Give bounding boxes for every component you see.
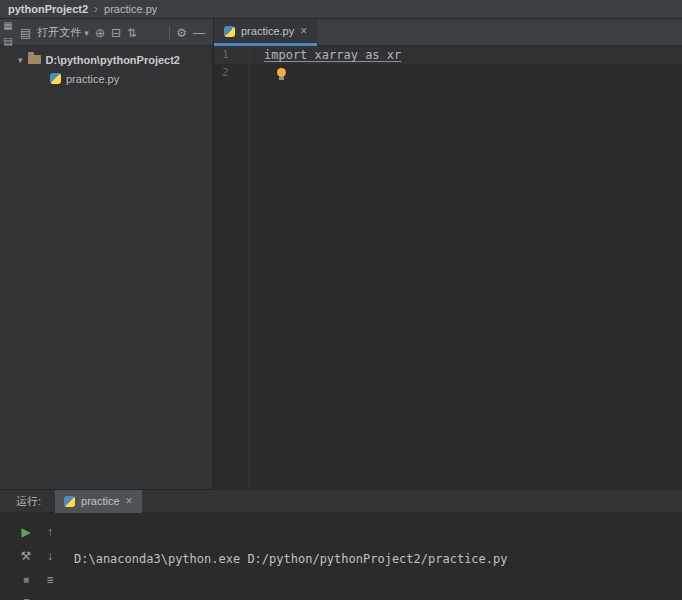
expand-collapse-icon[interactable]: ⇅	[127, 27, 137, 39]
run-console: ▶ ↑ ⚒ ↓ ■ ≡ ↧ ≣ D:\anaconda3\python.exe …	[0, 514, 682, 600]
tool-window-stripe: ▦ ▤	[0, 21, 16, 47]
console-command-line: D:\anaconda3\python.exe D:/python/python…	[74, 551, 678, 568]
run-tab-practice[interactable]: practice ×	[55, 490, 142, 513]
pycharm-window: pythonProject2 › practice.py ▦ ▤ ▤ 打开文件 …	[0, 0, 682, 600]
tree-root-label: D:\python\pythonProject2	[46, 54, 180, 66]
tree-child-label: practice.py	[66, 73, 119, 85]
open-files-icon: ▤	[20, 27, 31, 39]
line-number: 2	[214, 64, 249, 82]
close-icon[interactable]: ×	[300, 25, 307, 37]
folder-icon	[28, 55, 41, 64]
breadcrumb-project[interactable]: pythonProject2	[8, 3, 88, 15]
close-icon[interactable]: ×	[126, 495, 133, 507]
up-arrow-icon[interactable]: ↑	[47, 526, 53, 538]
editor-tab-bar: practice.py ×	[213, 19, 682, 46]
editor-gutter: 1 2	[214, 46, 250, 489]
hide-panel-icon[interactable]: —	[193, 27, 205, 39]
console-output[interactable]: D:\anaconda3\python.exe D:/python/python…	[74, 517, 678, 600]
run-toolbar: ▶ ↑ ⚒ ↓ ■ ≡ ↧ ≣	[14, 520, 62, 600]
rerun-icon[interactable]: ▶	[21, 526, 30, 538]
chevron-down-icon: ▾	[84, 28, 89, 38]
locate-file-icon[interactable]: ⊕	[95, 27, 105, 39]
python-file-icon	[64, 496, 75, 507]
run-tool-window-header: 运行: practice ×	[0, 489, 682, 513]
project-view-selector[interactable]: 打开文件 ▾	[37, 25, 89, 40]
collapse-all-icon[interactable]: ⊟	[111, 27, 121, 39]
python-file-icon	[50, 73, 61, 84]
soft-wrap-icon[interactable]: ≡	[46, 574, 53, 586]
line-number: 1	[214, 46, 249, 64]
tab-practice-py[interactable]: practice.py ×	[214, 19, 317, 46]
run-tab-label: practice	[81, 495, 120, 507]
project-panel: ▾ D:\python\pythonProject2 practice.py	[0, 46, 213, 489]
down-arrow-icon[interactable]: ↓	[47, 550, 53, 562]
python-file-icon	[224, 26, 235, 37]
breadcrumb-separator-icon: ›	[94, 2, 98, 16]
code-line-1: import xarray as xr	[264, 46, 682, 64]
settings-wrench-icon[interactable]: ⚒	[21, 550, 32, 562]
gear-icon[interactable]: ⚙	[176, 27, 187, 39]
stop-icon[interactable]: ■	[23, 574, 29, 586]
tree-item-practice-py[interactable]: practice.py	[0, 69, 212, 88]
code-area[interactable]: import xarray as xr	[264, 46, 682, 82]
intention-bulb-icon[interactable]	[277, 68, 286, 77]
tree-item-root-folder[interactable]: ▾ D:\python\pythonProject2	[0, 50, 212, 69]
project-view-label: 打开文件	[37, 25, 81, 40]
project-toolbar: ▤ 打开文件 ▾ ⊕ ⊟ ⇅ ⚙ —	[16, 19, 213, 46]
breadcrumb-file[interactable]: practice.py	[104, 3, 157, 15]
chevron-down-icon[interactable]: ▾	[18, 55, 23, 65]
run-panel-title: 运行:	[0, 494, 41, 509]
toolbar-divider	[169, 26, 170, 40]
breadcrumb: pythonProject2 › practice.py	[0, 0, 682, 19]
code-import-statement: import xarray as xr	[264, 46, 401, 64]
editor-pane[interactable]: 1 2 import xarray as xr	[214, 46, 682, 489]
code-line-2	[264, 64, 682, 82]
top-toolbar-row: ▦ ▤ ▤ 打开文件 ▾ ⊕ ⊟ ⇅ ⚙ — practice.py ×	[0, 19, 682, 46]
tab-label: practice.py	[241, 25, 294, 37]
project-stripe-icon[interactable]: ▦	[3, 21, 12, 31]
